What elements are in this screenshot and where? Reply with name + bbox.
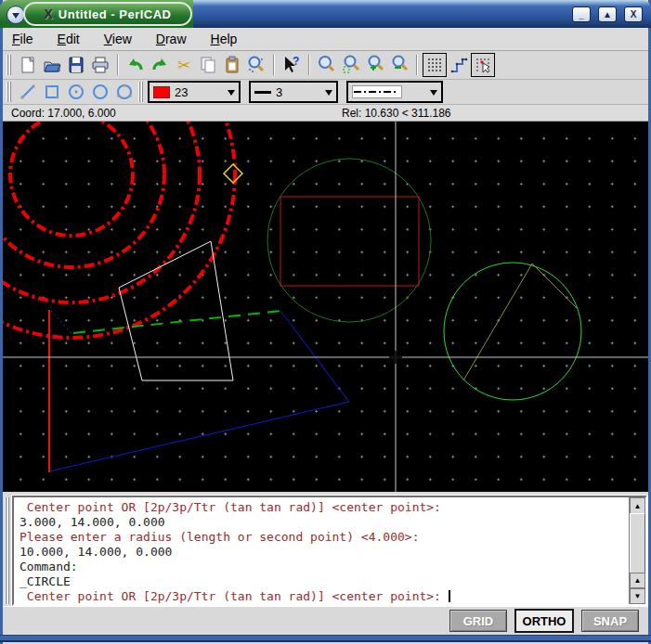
menu-view[interactable]: View xyxy=(104,32,132,46)
chevron-down-icon xyxy=(430,90,437,99)
line-style-combo[interactable] xyxy=(346,81,443,103)
redo-button[interactable] xyxy=(148,53,172,77)
menu-bar: File Edit View Draw Help xyxy=(3,28,648,51)
rectangle-tool-button[interactable] xyxy=(40,80,64,104)
zoom-full-icon xyxy=(317,55,337,75)
canvas-svg[interactable] xyxy=(3,122,648,492)
zoom-full-button[interactable] xyxy=(315,53,339,77)
print-button[interactable] xyxy=(88,53,112,77)
new-button[interactable] xyxy=(16,53,40,77)
console-text[interactable]: Center point OR [2p/3p/Ttr (tan tan rad)… xyxy=(20,500,627,604)
save-floppy-icon xyxy=(66,55,86,75)
green-circle-center[interactable] xyxy=(267,159,431,322)
undo-button[interactable] xyxy=(124,53,148,77)
toolbar-grip[interactable] xyxy=(7,55,12,75)
window-bottom-border xyxy=(0,635,651,642)
console-line: 10.000, 14.000, 0.000 xyxy=(20,545,627,560)
circle-3point-tool-button[interactable] xyxy=(112,80,137,104)
circle-center-tool-button[interactable] xyxy=(64,80,88,104)
status-bar: GRID ORTHO SNAP xyxy=(3,606,648,635)
circle-center-tool-icon xyxy=(66,82,86,102)
title-bar: X Untitled - PerlCAD _ ▲ X xyxy=(0,0,651,28)
text-cursor xyxy=(449,590,450,602)
ortho-status-button[interactable]: ORTHO xyxy=(514,609,574,633)
color-combo[interactable]: 23 xyxy=(148,81,241,103)
clipboard-icon xyxy=(222,55,242,75)
chevron-down-icon xyxy=(12,13,20,22)
paste-button[interactable] xyxy=(220,53,244,77)
line-tool-icon xyxy=(18,82,38,102)
red-arc-circle-2[interactable] xyxy=(3,122,164,267)
toolbar-grip[interactable] xyxy=(7,82,12,102)
scroll-down-button[interactable]: ▼ xyxy=(630,588,645,604)
width-value: 3 xyxy=(276,85,282,99)
circle-tool-icon xyxy=(90,82,111,102)
toolbar-grip[interactable] xyxy=(138,82,144,102)
close-button[interactable]: X xyxy=(624,6,643,22)
scroll-up-button[interactable]: ▲ xyxy=(630,497,645,514)
window-menu-button[interactable] xyxy=(7,6,25,24)
zoom-in-icon xyxy=(365,55,385,75)
grid-toggle-button[interactable] xyxy=(423,53,447,77)
printer-icon xyxy=(90,55,111,75)
snap-toggle-button[interactable] xyxy=(471,53,495,77)
window-controls: _ ▲ X xyxy=(572,6,643,22)
grid-dots-icon xyxy=(426,57,443,73)
menu-file[interactable]: File xyxy=(12,32,33,46)
drawing-canvas[interactable] xyxy=(3,122,648,492)
console-line: Center point OR [2p/3p/Ttr (tan tan rad)… xyxy=(20,589,627,604)
circle-tool-button[interactable] xyxy=(88,80,112,104)
console-area: Center point OR [2p/3p/Ttr (tan tan rad)… xyxy=(3,492,648,606)
help-pointer-icon: ? xyxy=(281,55,302,75)
coordinate-bar: Coord: 17.000, 6.000 Rel: 10.630 < 311.1… xyxy=(3,105,648,122)
snap-cursor-icon xyxy=(475,57,491,73)
copy-button[interactable] xyxy=(196,53,220,77)
circle-3point-tool-icon xyxy=(114,82,135,102)
copy-pages-icon xyxy=(198,55,218,75)
main-toolbar: ✂ ? xyxy=(3,51,648,80)
red-rectangle[interactable] xyxy=(280,197,419,286)
scroll-up-button-2[interactable]: ▲ xyxy=(630,573,645,588)
undo-arrow-icon xyxy=(125,55,146,75)
menu-draw[interactable]: Draw xyxy=(156,32,187,46)
minimize-button[interactable]: _ xyxy=(572,6,591,22)
blue-dotted-line[interactable] xyxy=(51,311,72,333)
green-dashed-line[interactable] xyxy=(73,311,280,333)
white-polygon[interactable] xyxy=(119,241,233,380)
new-document-icon xyxy=(18,55,38,75)
polyline-mode-button[interactable] xyxy=(447,53,471,77)
menu-edit[interactable]: Edit xyxy=(58,32,80,46)
scissors-icon: ✂ xyxy=(177,58,190,73)
command-console[interactable]: Center point OR [2p/3p/Ttr (tan tan rad)… xyxy=(12,496,647,606)
console-grip[interactable] xyxy=(5,497,10,604)
red-arc-circle-1[interactable] xyxy=(10,122,133,236)
zoom-window-icon xyxy=(341,55,361,75)
zoom-out-button[interactable] xyxy=(387,53,411,77)
open-button[interactable] xyxy=(40,53,64,77)
console-line: Please enter a radius (length or second … xyxy=(20,530,627,545)
maximize-button[interactable]: ▲ xyxy=(598,6,617,22)
toolbar-separator xyxy=(117,55,119,75)
context-help-button[interactable]: ? xyxy=(280,53,304,77)
chord-line-right[interactable] xyxy=(532,264,577,308)
snap-status-button[interactable]: SNAP xyxy=(581,610,639,632)
zoom-window-button[interactable] xyxy=(339,53,363,77)
zoom-in-button[interactable] xyxy=(363,53,387,77)
scroll-thumb[interactable] xyxy=(630,513,645,574)
window-title: Untitled - PerlCAD xyxy=(59,7,172,21)
red-arc-circle-4[interactable] xyxy=(3,122,235,338)
cut-button[interactable]: ✂ xyxy=(172,53,196,77)
x11-logo-icon: X xyxy=(44,6,52,21)
red-arc-circle-3[interactable] xyxy=(3,122,200,303)
color-value: 23 xyxy=(175,85,188,99)
line-width-combo[interactable]: 3 xyxy=(249,81,338,103)
menu-help[interactable]: Help xyxy=(211,32,238,46)
color-swatch xyxy=(153,86,170,98)
line-tool-button[interactable] xyxy=(16,80,40,104)
rectangle-tool-icon xyxy=(42,82,62,102)
find-button[interactable] xyxy=(244,53,268,77)
chord-line-left[interactable] xyxy=(463,264,532,380)
console-scrollbar[interactable]: ▲ ▲ ▼ xyxy=(629,497,645,604)
save-button[interactable] xyxy=(64,53,88,77)
grid-status-button[interactable]: GRID xyxy=(449,610,507,632)
